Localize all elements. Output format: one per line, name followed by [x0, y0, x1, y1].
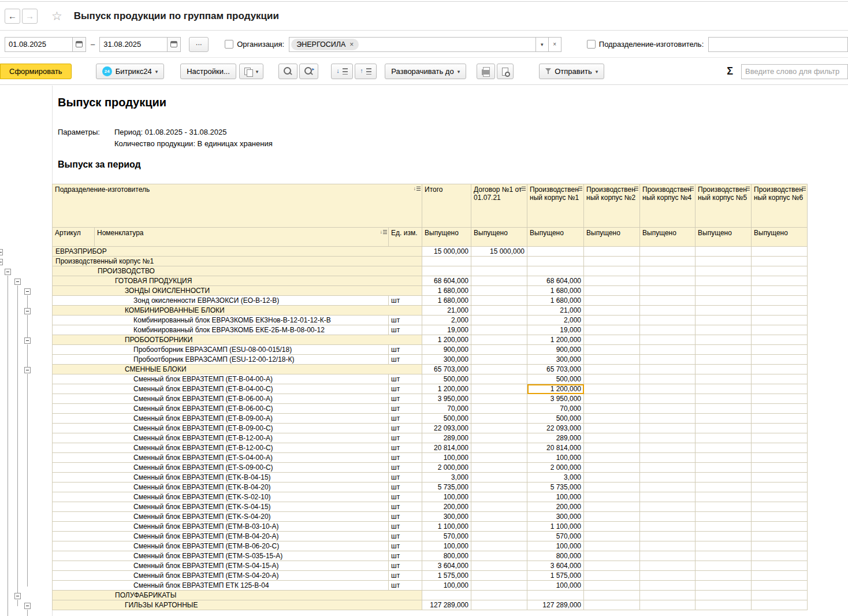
cell-dogovor[interactable]	[471, 541, 527, 551]
cell-pk1[interactable]: 3,000	[527, 473, 584, 483]
search-button[interactable]	[278, 64, 297, 79]
row-unit[interactable]: шт	[389, 512, 422, 522]
row-unit[interactable]: шт	[389, 571, 422, 581]
cell-dogovor[interactable]	[471, 345, 527, 355]
cell-dogovor[interactable]	[471, 365, 527, 374]
cell-pk6[interactable]	[752, 463, 808, 473]
row-item-name[interactable]: Сменный блок ЕВРАЗТЕМП (ETK-S-04-20)	[53, 512, 389, 522]
row-item-name[interactable]: Сменный блок ЕВРАЗТЕМП (ETK-B-04-15)	[53, 473, 389, 483]
row-unit[interactable]: шт	[389, 551, 422, 561]
cell-itogo[interactable]: 900,000	[422, 345, 471, 355]
table-header-released[interactable]: Выпущено	[584, 228, 640, 247]
cell-pk2[interactable]	[584, 394, 640, 404]
cell-pk1[interactable]: 5 735,000	[527, 483, 584, 492]
cell-pk4[interactable]	[640, 394, 695, 404]
cell-dogovor[interactable]	[471, 414, 527, 424]
cell-pk2[interactable]	[584, 483, 640, 492]
cell-pk5[interactable]	[695, 345, 752, 355]
cell-pk2[interactable]	[584, 473, 640, 483]
cell-dogovor[interactable]	[471, 492, 527, 502]
group-collapse-toggle[interactable]	[24, 337, 31, 344]
date-from-calendar-button[interactable]	[72, 37, 86, 52]
search-next-button[interactable]: ▸	[299, 64, 318, 79]
cell-pk6[interactable]	[752, 561, 808, 571]
row-unit[interactable]: шт	[389, 532, 422, 541]
cell-pk6[interactable]	[752, 512, 808, 522]
cell-dogovor[interactable]	[471, 335, 527, 345]
table-header-released[interactable]: Выпущено	[471, 228, 527, 247]
group-collapse-toggle[interactable]	[0, 259, 3, 265]
cell-pk4[interactable]	[640, 463, 695, 473]
cell-itogo[interactable]: 100,000	[422, 453, 471, 463]
cell-pk4[interactable]	[640, 335, 695, 345]
row-item-name[interactable]: Пробоотборник ЕВРАЗСАМП (ESU-12-00-12/18…	[53, 355, 389, 365]
cell-dogovor[interactable]	[471, 257, 527, 266]
cell-pk2[interactable]	[584, 581, 640, 591]
cell-pk5[interactable]	[695, 276, 752, 286]
cell-pk1[interactable]: 500,000	[527, 374, 584, 384]
cell-pk1[interactable]	[527, 247, 584, 257]
cell-itogo[interactable]: 289,000	[422, 433, 471, 443]
cell-itogo[interactable]	[422, 257, 471, 266]
cell-pk6[interactable]	[752, 404, 808, 414]
row-unit[interactable]: шт	[389, 414, 422, 424]
cell-pk4[interactable]	[640, 492, 695, 502]
table-header-group[interactable]: Производственный корпус №6↓	[752, 184, 808, 228]
cell-pk1[interactable]: 20 814,000	[527, 443, 584, 453]
sort-icon[interactable]: ↓	[414, 186, 421, 191]
cell-pk6[interactable]	[752, 306, 808, 316]
cell-pk1[interactable]: 100,000	[527, 492, 584, 502]
cell-pk5[interactable]	[695, 433, 752, 443]
cell-pk5[interactable]	[695, 335, 752, 345]
print-preview-button[interactable]	[497, 64, 514, 79]
cell-pk1[interactable]: 68 604,000	[527, 276, 584, 286]
row-unit[interactable]: шт	[389, 473, 422, 483]
generate-button[interactable]: Сформировать	[0, 64, 72, 79]
date-from-input[interactable]	[5, 37, 73, 52]
cell-pk2[interactable]	[584, 463, 640, 473]
row-group-name[interactable]: ЕВРАЗПРИБОР	[53, 247, 422, 257]
row-unit[interactable]: шт	[389, 355, 422, 365]
forward-button[interactable]: →	[22, 9, 38, 24]
cell-itogo[interactable]: 1 575,000	[422, 571, 471, 581]
row-item-name[interactable]: Сменный блок ЕВРАЗТЕМП (ETM-S-04-15-A)	[53, 561, 389, 571]
row-group-name[interactable]: ПОЛУФАБРИКАТЫ	[53, 591, 422, 600]
cell-pk5[interactable]	[695, 286, 752, 296]
row-unit[interactable]: шт	[389, 492, 422, 502]
cell-pk6[interactable]	[752, 443, 808, 453]
cell-pk1[interactable]: 65 703,000	[527, 365, 584, 374]
cell-itogo[interactable]: 100,000	[422, 581, 471, 591]
cell-pk2[interactable]	[584, 355, 640, 365]
cell-pk1[interactable]: 289,000	[527, 433, 584, 443]
cell-pk2[interactable]	[584, 335, 640, 345]
cell-pk4[interactable]	[640, 365, 695, 374]
cell-pk1[interactable]: 100,000	[527, 581, 584, 591]
cell-pk6[interactable]	[752, 316, 808, 325]
cell-pk6[interactable]	[752, 365, 808, 374]
cell-dogovor[interactable]	[471, 532, 527, 541]
cell-dogovor[interactable]	[471, 600, 527, 610]
cell-pk2[interactable]	[584, 492, 640, 502]
cell-pk4[interactable]	[640, 561, 695, 571]
cell-pk4[interactable]	[640, 433, 695, 443]
row-item-name[interactable]: Сменный блок ЕВРАЗТЕМП (ET-B-09-00-C)	[53, 424, 389, 433]
row-unit[interactable]: шт	[389, 374, 422, 384]
cell-dogovor[interactable]	[471, 286, 527, 296]
cell-pk4[interactable]	[640, 296, 695, 306]
cell-pk5[interactable]	[695, 394, 752, 404]
cell-pk6[interactable]	[752, 335, 808, 345]
cell-pk5[interactable]	[695, 551, 752, 561]
cell-itogo[interactable]: 70,000	[422, 404, 471, 414]
cell-dogovor[interactable]	[471, 374, 527, 384]
cell-pk6[interactable]	[752, 551, 808, 561]
cell-pk1[interactable]	[527, 266, 584, 276]
table-header-released[interactable]: Выпущено	[527, 228, 584, 247]
cell-pk2[interactable]	[584, 276, 640, 286]
cell-pk4[interactable]	[640, 374, 695, 384]
sort-icon[interactable]: ↓	[743, 186, 750, 191]
cell-pk6[interactable]	[752, 424, 808, 433]
cell-pk5[interactable]	[695, 453, 752, 463]
row-item-name[interactable]: Сменный блок ЕВРАЗТЕМП (ETM-S-04-20-A)	[53, 571, 389, 581]
cell-itogo[interactable]: 2 000,000	[422, 463, 471, 473]
print-button[interactable]	[477, 64, 495, 79]
